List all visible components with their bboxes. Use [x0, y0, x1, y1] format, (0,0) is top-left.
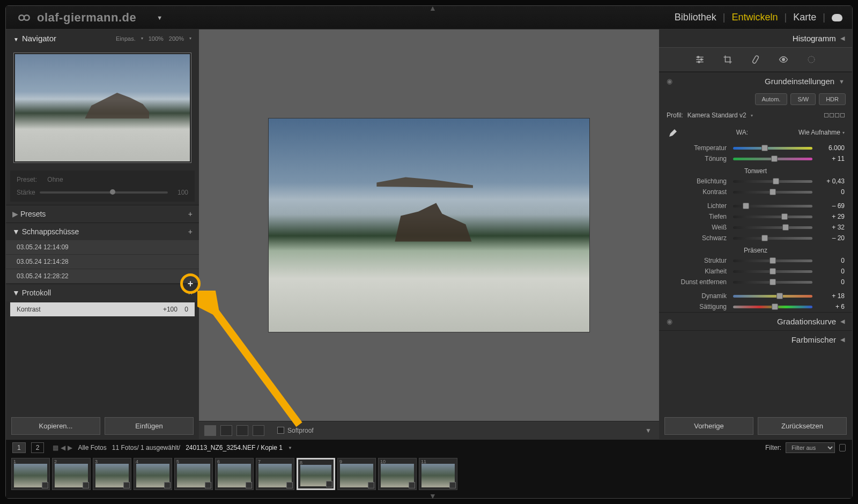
toggle-panel-icon[interactable]: ◉: [667, 77, 672, 85]
edit-sliders-icon[interactable]: [694, 54, 705, 65]
secondary-display-button[interactable]: 2: [31, 442, 45, 453]
loupe-view-button[interactable]: [204, 425, 216, 436]
thumbnail[interactable]: 4: [134, 458, 172, 490]
toolbar-menu-icon[interactable]: ▼: [643, 426, 654, 435]
copy-settings-button[interactable]: Kopieren...: [11, 417, 100, 435]
svg-point-8: [808, 56, 815, 63]
history-header[interactable]: ▼ Protokoll ×: [6, 284, 199, 301]
zoom-100[interactable]: 100%: [149, 35, 164, 42]
preset-label: Preset:: [17, 176, 37, 183]
clarity-slider[interactable]: Klarheit0: [659, 266, 852, 277]
history-row[interactable]: Kontrast +100 0: [10, 302, 195, 316]
module-map[interactable]: Karte: [793, 12, 816, 23]
thumbnail[interactable]: 10: [378, 458, 417, 490]
nav-fwd-icon[interactable]: ▶: [68, 444, 72, 451]
before-after-lr-button[interactable]: [220, 425, 232, 436]
profile-row[interactable]: Profil: Kamera Standard v2▾: [659, 108, 852, 122]
primary-display-button[interactable]: 1: [12, 442, 26, 453]
whites-slider[interactable]: Weiß+ 32: [659, 222, 852, 233]
strength-slider[interactable]: [40, 191, 168, 194]
identity-menu-icon[interactable]: ▼: [157, 14, 162, 21]
wb-preset[interactable]: Wie Aufnahme: [798, 129, 840, 136]
develop-toolbar: Softproof ▼: [199, 421, 659, 439]
softproof-checkbox[interactable]: [277, 427, 284, 434]
contrast-slider[interactable]: Kontrast0: [659, 187, 852, 197]
navigator-preview[interactable]: [13, 53, 191, 163]
snapshot-item[interactable]: 03.05.24 12:14:28: [6, 255, 199, 269]
clear-history-button[interactable]: ×: [188, 288, 193, 297]
filename-label: 240113_NZ6_3254.NEF / Kopie 1: [186, 444, 283, 451]
expand-bottom-icon[interactable]: ▼: [429, 492, 437, 500]
swap-before-after-button[interactable]: [253, 425, 264, 436]
snapshots-header[interactable]: ▼ Schnappschüsse +: [6, 223, 199, 240]
exposure-slider[interactable]: Belichtung+ 0,43: [659, 176, 852, 187]
temperature-slider[interactable]: Temperatur6.000: [659, 143, 852, 153]
infinity-icon: [16, 12, 33, 23]
module-develop[interactable]: Entwickeln: [732, 12, 778, 23]
thumbnail[interactable]: 5: [174, 458, 213, 490]
image-canvas[interactable]: Softproof ▼: [199, 29, 659, 439]
thumbnail[interactable]: 3: [93, 458, 131, 490]
before-after-tb-button[interactable]: [236, 425, 248, 436]
add-snapshot-button[interactable]: +: [188, 227, 193, 236]
crop-icon[interactable]: [722, 54, 733, 65]
basic-header[interactable]: ◉ Grundeinstellungen ▼: [659, 72, 852, 90]
dehaze-slider[interactable]: Dunst entfernen0: [659, 277, 852, 287]
masking-icon[interactable]: [806, 54, 817, 65]
blacks-slider[interactable]: Schwarz– 20: [659, 233, 852, 243]
nav-back-icon[interactable]: ◀: [61, 444, 65, 451]
bw-button[interactable]: S/W: [790, 93, 816, 105]
filter-lock-icon[interactable]: [839, 444, 846, 451]
snapshot-item[interactable]: 03.05.24 12:14:09: [6, 240, 199, 255]
navigator-header[interactable]: ▼Navigator Einpas.▾ 100% 200%▾: [6, 29, 199, 47]
reset-button[interactable]: Zurücksetzen: [758, 417, 847, 435]
filter-select[interactable]: Filter aus: [786, 442, 835, 453]
previous-button[interactable]: Vorherige: [664, 417, 753, 435]
filter-label: Filter:: [765, 444, 781, 451]
colormixer-header[interactable]: ◉Farbmischer◀: [659, 331, 852, 349]
svg-point-5: [698, 61, 700, 63]
snapshot-item[interactable]: 03.05.24 12:28:22: [6, 269, 199, 284]
histogram-header[interactable]: Histogramm ◀: [659, 29, 852, 47]
svg-point-3: [698, 56, 699, 58]
profile-browser-icon[interactable]: [824, 113, 845, 117]
thumbnail[interactable]: 1: [11, 458, 50, 490]
source-label[interactable]: Alle Fotos: [78, 444, 106, 451]
add-preset-button[interactable]: +: [188, 210, 193, 218]
preset-amount-block: Preset: Ohne Stärke 100: [10, 171, 195, 202]
module-library[interactable]: Bibliothek: [675, 12, 716, 23]
zoom-200[interactable]: 200%: [169, 35, 184, 42]
healing-icon[interactable]: [750, 54, 761, 65]
tone-subheader: Tonwert: [659, 164, 852, 176]
redeye-icon[interactable]: [778, 54, 789, 65]
shadows-slider[interactable]: Tiefen+ 29: [659, 211, 852, 222]
presets-header[interactable]: ▶ Presets +: [6, 205, 199, 223]
zoom-fit[interactable]: Einpas.: [116, 35, 136, 42]
thumbnail[interactable]: 6: [215, 458, 254, 490]
right-panel: Histogramm ◀ ◉ Grundeinstellungen ▼ Auto…: [659, 29, 852, 439]
thumbnail[interactable]: 11: [419, 458, 457, 490]
grid-icon[interactable]: ▦: [53, 444, 58, 451]
svg-point-7: [782, 58, 785, 61]
main-photo[interactable]: [268, 118, 590, 332]
highlights-slider[interactable]: Lichter– 69: [659, 201, 852, 211]
tint-slider[interactable]: Tönung+ 11: [659, 153, 852, 164]
strength-value: 100: [172, 189, 188, 196]
thumbnail[interactable]: 2: [52, 458, 91, 490]
expand-top-icon[interactable]: ▲: [429, 4, 437, 12]
thumbnail[interactable]: 9: [337, 458, 376, 490]
vibrance-slider[interactable]: Dynamik+ 18: [659, 291, 852, 301]
texture-slider[interactable]: Struktur0: [659, 255, 852, 266]
wb-eyedropper-icon[interactable]: [667, 125, 681, 139]
count-label: 11 Fotos/ 1 ausgewählt/: [112, 444, 180, 451]
identity-plate[interactable]: olaf-giermann.de ▼: [16, 11, 163, 25]
cloud-sync-icon[interactable]: [832, 14, 842, 21]
thumbnail[interactable]: 7: [256, 458, 294, 490]
paste-settings-button[interactable]: Einfügen: [105, 417, 194, 435]
hdr-button[interactable]: HDR: [819, 93, 846, 105]
saturation-slider[interactable]: Sättigung+ 6: [659, 301, 852, 312]
profile-value[interactable]: Kamera Standard v2: [687, 112, 746, 119]
tonecurve-header[interactable]: ◉Gradationskurve◀: [659, 313, 852, 330]
auto-button[interactable]: Autom.: [755, 93, 788, 105]
thumbnail[interactable]: 8: [297, 458, 335, 490]
